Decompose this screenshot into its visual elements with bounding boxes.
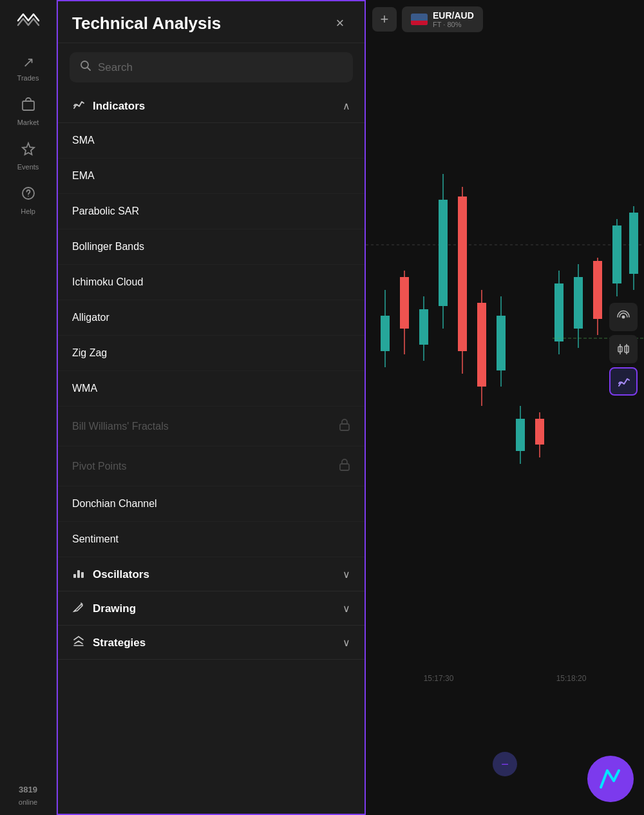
indicator-name: EMA (72, 170, 95, 182)
indicator-name: Bill Williams' Fractals (72, 421, 169, 432)
indicator-item-wma[interactable]: WMA (58, 371, 365, 407)
svg-rect-17 (439, 200, 448, 306)
lock-icon (339, 418, 350, 434)
svg-point-39 (622, 316, 625, 319)
svg-rect-35 (612, 225, 621, 283)
oscillators-section-left: Oscillators (72, 566, 149, 582)
indicator-item-alligator[interactable]: Alligator (58, 300, 365, 336)
chart-topbar: + EUR/AUD FT · 80% (366, 0, 644, 39)
indicator-name: Sentiment (72, 533, 118, 545)
indicator-name: Ichimoku Cloud (72, 276, 143, 288)
svg-rect-8 (81, 572, 84, 578)
indicator-name: Alligator (72, 312, 109, 323)
time-label-2: 15:18:20 (556, 674, 587, 683)
technical-analysis-panel: Technical Analysis × Indicators (57, 0, 366, 815)
sidebar-item-help[interactable]: Help (5, 180, 52, 222)
svg-rect-29 (554, 283, 564, 341)
drawing-section-header[interactable]: Drawing ∨ (58, 591, 365, 626)
search-input[interactable] (98, 61, 343, 74)
events-icon (21, 142, 35, 160)
svg-point-2 (28, 196, 29, 197)
online-count: 3819 (19, 785, 37, 794)
candlestick-chart (366, 45, 644, 561)
search-icon (80, 60, 91, 75)
indicator-item-bollinger-bands[interactable]: Bollinger Bands (58, 229, 365, 265)
panel-title: Technical Analysis (72, 14, 221, 34)
svg-rect-33 (593, 261, 602, 319)
svg-rect-31 (574, 277, 583, 329)
oscillators-label: Oscillators (93, 568, 149, 581)
indicators-icon (72, 98, 85, 114)
currency-tab[interactable]: EUR/AUD FT · 80% (402, 6, 483, 32)
strategies-section-header[interactable]: Strategies ∨ (58, 626, 365, 660)
indicator-name: Parabolic SAR (72, 206, 139, 217)
sidebar: ↗ Trades Market Events Help 3 (0, 0, 57, 815)
svg-rect-4 (340, 424, 349, 430)
svg-rect-6 (73, 574, 76, 578)
currency-name: EUR/AUD (433, 10, 474, 21)
indicators-label: Indicators (93, 100, 145, 113)
indicator-item-ichimoku-cloud[interactable]: Ichimoku Cloud (58, 265, 365, 300)
time-labels: 15:17:30 15:18:20 (366, 674, 644, 683)
sidebar-item-trades[interactable]: ↗ Trades (5, 48, 52, 88)
indicator-name: Bollinger Bands (72, 241, 144, 253)
indicators-chevron: ∧ (343, 100, 350, 112)
drawing-icon (72, 600, 85, 617)
panel-content: Indicators ∧ SMA EMA Parabolic SAR Bolli… (58, 89, 365, 814)
indicators-section-left: Indicators (72, 98, 145, 114)
oscillators-chevron: ∨ (343, 568, 350, 580)
indicator-name: Zig Zag (72, 347, 107, 359)
svg-rect-13 (400, 277, 409, 329)
svg-rect-19 (458, 197, 467, 351)
strategies-section-left: Strategies (72, 635, 146, 651)
bottom-button[interactable]: − (493, 752, 517, 776)
indicator-item-bill-williams-fractals[interactable]: Bill Williams' Fractals (58, 407, 365, 446)
signal-toolbar-button[interactable] (609, 303, 638, 331)
svg-rect-11 (381, 316, 390, 351)
watermark (587, 756, 634, 802)
strategies-label: Strategies (93, 637, 146, 649)
sidebar-item-market[interactable]: Market (5, 91, 52, 133)
indicator-item-parabolic-sar[interactable]: Parabolic SAR (58, 194, 365, 229)
sidebar-item-events[interactable]: Events (5, 135, 52, 177)
indicator-item-pivot-points[interactable]: Pivot Points (58, 446, 365, 486)
sidebar-bottom: 3819 online (19, 785, 37, 815)
search-bar[interactable] (70, 52, 353, 82)
svg-rect-21 (477, 303, 486, 387)
strategies-icon (72, 635, 85, 651)
drawing-label: Drawing (93, 602, 136, 615)
svg-rect-37 (629, 213, 638, 274)
chart-area: + EUR/AUD FT · 80% (366, 0, 644, 815)
close-button[interactable]: × (330, 13, 350, 34)
currency-sub: FT · 80% (433, 21, 474, 28)
indicator-item-sma[interactable]: SMA (58, 123, 365, 158)
add-tab-button[interactable]: + (372, 7, 397, 32)
oscillators-section-header[interactable]: Oscillators ∨ (58, 557, 365, 591)
indicator-item-zig-zag[interactable]: Zig Zag (58, 336, 365, 371)
oscillators-icon (72, 566, 85, 582)
svg-rect-25 (516, 419, 525, 451)
drawing-chevron: ∨ (343, 602, 350, 615)
indicator-item-donchian-channel[interactable]: Donchian Channel (58, 486, 365, 522)
sidebar-item-label: Trades (17, 74, 39, 82)
svg-rect-23 (497, 316, 506, 370)
chart-canvas: 15:17:30 15:18:20 (366, 45, 644, 754)
svg-rect-0 (23, 101, 34, 110)
currency-flag (411, 14, 428, 25)
indicator-name: SMA (72, 135, 95, 146)
indicator-toolbar-button[interactable] (609, 367, 638, 396)
indicator-item-ema[interactable]: EMA (58, 158, 365, 194)
time-label-1: 15:17:30 (424, 674, 454, 683)
candle-toolbar-button[interactable] (609, 335, 638, 363)
lock-icon (339, 458, 350, 474)
svg-rect-15 (419, 309, 428, 345)
sidebar-item-label: Market (17, 119, 39, 126)
app-logo (14, 9, 43, 32)
currency-info: EUR/AUD FT · 80% (433, 10, 474, 28)
indicator-item-sentiment[interactable]: Sentiment (58, 522, 365, 557)
sidebar-item-label: Events (17, 163, 39, 171)
panel-header: Technical Analysis × (58, 1, 365, 43)
online-label: online (19, 798, 37, 806)
strategies-chevron: ∨ (343, 637, 350, 649)
indicators-section-header[interactable]: Indicators ∧ (58, 89, 365, 123)
